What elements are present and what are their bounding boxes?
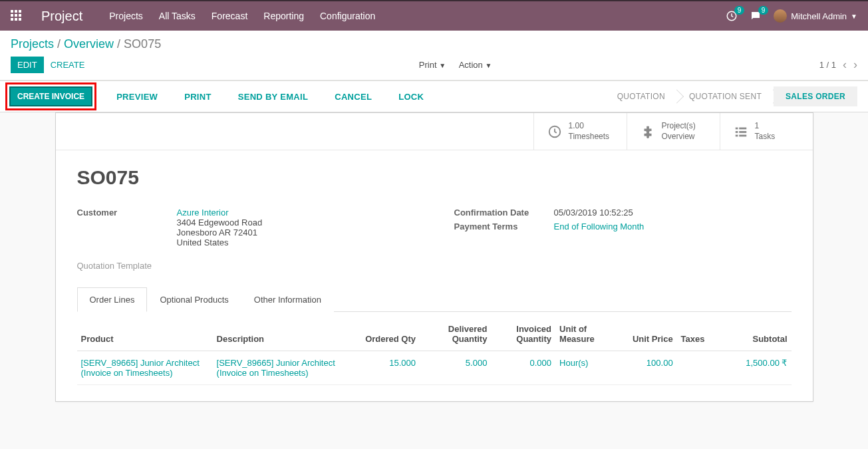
edit-button[interactable]: EDIT <box>11 57 44 73</box>
order-lines-table: Product Description Ordered Qty Delivere… <box>77 317 792 385</box>
pager-position: 1 / 1 <box>819 60 836 70</box>
status-steps: QUOTATION QUOTATION SENT SALES ORDER <box>605 86 857 106</box>
cancel-button[interactable]: CANCEL <box>328 88 378 105</box>
tab-optional-products[interactable]: Optional Products <box>147 287 241 312</box>
stat-projects[interactable]: Project(s) Overview <box>627 113 720 150</box>
print-dropdown[interactable]: Print ▼ <box>414 57 451 73</box>
info-grid: Customer Azure Interior 3404 Edgewood Ro… <box>77 208 792 271</box>
svg-rect-3 <box>739 127 746 129</box>
th-product: Product <box>77 317 213 351</box>
brand-title: Project <box>41 9 82 24</box>
messages-icon[interactable]: 9 <box>750 10 762 22</box>
row-price: 100.00 <box>624 358 673 368</box>
svg-rect-4 <box>735 131 738 133</box>
tasks-icon <box>734 124 748 139</box>
customer-addr2: Jonesboro AR 72401 <box>177 227 263 237</box>
lock-button[interactable]: LOCK <box>392 88 430 105</box>
activities-icon[interactable]: 9 <box>726 10 738 22</box>
row-product[interactable]: [SERV_89665] Junior Architect (Invoice o… <box>81 358 209 378</box>
row-ordered: 15.000 <box>359 358 416 368</box>
menu-projects[interactable]: Projects <box>109 11 143 21</box>
pager-next-icon[interactable]: › <box>853 58 857 72</box>
sheet-body: SO075 Customer Azure Interior 3404 Edgew… <box>56 150 813 401</box>
menu-forecast[interactable]: Forecast <box>212 11 247 21</box>
customer-label: Customer <box>77 208 177 247</box>
customer-name-link[interactable]: Azure Interior <box>177 208 263 218</box>
table-row[interactable]: [SERV_89665] Junior Architect (Invoice o… <box>77 351 792 385</box>
stat-tasks-value: 1 <box>755 121 776 132</box>
step-quotation-sent[interactable]: QUOTATION SENT <box>677 86 774 106</box>
action-dropdown[interactable]: Action ▼ <box>454 57 498 73</box>
tabs: Order Lines Optional Products Other Info… <box>77 287 792 312</box>
table-body: [SERV_89665] Junior Architect (Invoice o… <box>77 351 792 385</box>
breadcrumb-current: SO075 <box>124 37 161 51</box>
payment-label: Payment Terms <box>454 222 554 231</box>
statusbar: CREATE INVOICE PREVIEW PRINT SEND BY EMA… <box>0 80 868 112</box>
user-menu[interactable]: Mitchell Admin ▼ <box>774 9 857 23</box>
messages-badge: 9 <box>758 6 769 15</box>
status-actions: CREATE INVOICE PREVIEW PRINT SEND BY EMA… <box>11 82 430 110</box>
svg-rect-7 <box>739 134 746 136</box>
control-panel: Projects / Overview / SO075 EDIT CREATE … <box>0 31 868 80</box>
tab-order-lines[interactable]: Order Lines <box>77 287 148 312</box>
stat-projects-value: Project(s) <box>662 121 696 132</box>
stat-timesheets-value: 1.00 <box>569 121 610 132</box>
step-sales-order[interactable]: SALES ORDER <box>774 86 857 106</box>
th-ordered: Ordered Qty <box>355 317 420 351</box>
apps-icon[interactable] <box>11 10 23 22</box>
breadcrumb-projects[interactable]: Projects <box>11 37 54 51</box>
svg-rect-5 <box>739 131 746 133</box>
row-invoiced: 0.000 <box>495 358 551 368</box>
form-sheet: 1.00 Timesheets Project(s) Overview 1 <box>55 112 813 402</box>
preview-button[interactable]: PREVIEW <box>110 88 164 105</box>
create-invoice-button[interactable]: CREATE INVOICE <box>9 86 92 106</box>
sheet-background: 1.00 Timesheets Project(s) Overview 1 <box>0 112 868 418</box>
print-button[interactable]: PRINT <box>178 88 218 105</box>
menu-reporting[interactable]: Reporting <box>263 11 304 21</box>
payment-value-link[interactable]: End of Following Month <box>554 222 645 231</box>
stat-tasks[interactable]: 1 Tasks <box>720 113 813 150</box>
confirmation-value: 05/03/2019 10:52:25 <box>554 208 633 218</box>
svg-rect-6 <box>735 134 738 136</box>
puzzle-icon <box>641 124 655 139</box>
button-box: 1.00 Timesheets Project(s) Overview 1 <box>56 113 813 150</box>
row-description[interactable]: [SERV_89665] Junior Architect (Invoice o… <box>217 358 352 378</box>
th-description: Description <box>213 317 356 351</box>
row-delivered: 5.000 <box>424 358 487 368</box>
row-subtotal: 1,500.00 ₹ <box>724 358 787 368</box>
breadcrumb: Projects / Overview / SO075 <box>11 37 161 51</box>
pager: 1 / 1 ‹ › <box>819 58 857 72</box>
user-name: Mitchell Admin <box>791 11 847 21</box>
svg-rect-2 <box>735 127 738 129</box>
th-subtotal: Subtotal <box>720 317 791 351</box>
row-uom: Hour(s) <box>559 358 616 368</box>
breadcrumb-overview[interactable]: Overview <box>64 37 114 51</box>
th-delivered: Delivered Quantity <box>420 317 491 351</box>
th-invoiced: Invoiced Quantity <box>491 317 555 351</box>
clock-icon <box>547 124 562 139</box>
customer-addr3: United States <box>177 237 263 247</box>
th-uom: Unit of Measure <box>555 317 620 351</box>
create-button[interactable]: CREATE <box>44 57 92 73</box>
confirmation-label: Confirmation Date <box>454 208 554 218</box>
step-quotation[interactable]: QUOTATION <box>605 86 677 106</box>
topbar-right: 9 9 Mitchell Admin ▼ <box>726 9 857 23</box>
th-price: Unit Price <box>620 317 677 351</box>
stat-timesheets[interactable]: 1.00 Timesheets <box>533 113 627 150</box>
th-taxes: Taxes <box>677 317 720 351</box>
avatar <box>774 9 787 23</box>
top-menu: Projects All Tasks Forecast Reporting Co… <box>109 11 375 21</box>
menu-all-tasks[interactable]: All Tasks <box>159 11 196 21</box>
pager-prev-icon[interactable]: ‹ <box>843 58 847 72</box>
so-number: SO075 <box>77 166 792 189</box>
send-email-button[interactable]: SEND BY EMAIL <box>231 88 315 105</box>
chevron-down-icon: ▼ <box>851 13 857 20</box>
stat-projects-label: Overview <box>662 132 696 142</box>
customer-addr1: 3404 Edgewood Road <box>177 218 263 227</box>
tab-other-information[interactable]: Other Information <box>241 287 334 312</box>
activities-badge: 9 <box>734 6 745 15</box>
stat-tasks-label: Tasks <box>755 132 776 142</box>
stat-timesheets-label: Timesheets <box>569 132 610 142</box>
quotation-template-label: Quotation Template <box>77 261 414 271</box>
menu-configuration[interactable]: Configuration <box>320 11 375 21</box>
